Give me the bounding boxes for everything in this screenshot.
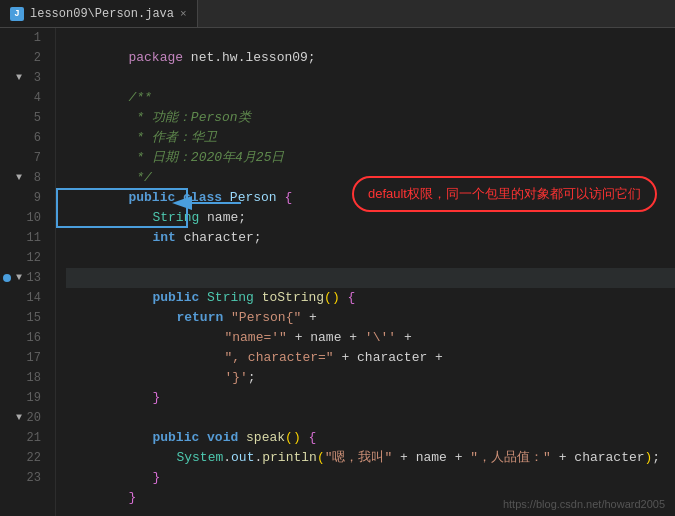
line-num-11: 11 [14,228,47,248]
line-num-8: ▼8 [14,168,47,188]
code-line-17: '}'; [66,348,675,368]
code-line-15: "name='" + name + '\'' + [66,308,675,328]
line-num-14: 14 [14,288,47,308]
line-num-19: 19 [14,388,47,408]
code-line-5: * 作者：华卫 [66,108,675,128]
code-line-8: public class Person { [66,168,675,188]
tab-close-button[interactable]: × [180,8,187,20]
line-num-5: 5 [14,108,47,128]
line-num-20: ▼20 [14,408,47,428]
code-line-9: String name; [66,188,675,208]
code-line-20: public void speak() { [66,408,675,428]
code-line-21: System.out.println("嗯，我叫" + name + "，人品值… [66,428,675,448]
line-num-9: 9 [14,188,47,208]
editor-window: J lesson09\Person.java × 1 2 ▼3 4 5 6 7 … [0,0,675,516]
line-num-22: 22 [14,448,47,468]
line-num-18: 18 [14,368,47,388]
code-line-10: int character; [66,208,675,228]
line-num-23: 23 [14,468,47,488]
code-line-22: } [66,448,675,468]
code-line-14: return "Person{" + [66,288,675,308]
tab-label: lesson09\Person.java [30,7,174,21]
line-num-16: 16 [14,328,47,348]
code-line-12: @Override [66,248,675,268]
code-line-19 [66,388,675,408]
breakpoint-gutter [0,28,14,516]
code-line-16: ", character=" + character + [66,328,675,348]
line-num-13: ▼13 [14,268,47,288]
line-num-4: 4 [14,88,47,108]
code-line-13: public String toString() { [66,268,675,288]
line-num-2: 2 [14,48,47,68]
code-content[interactable]: package net.hw.lesson09; /** * 功能：Person… [56,28,675,516]
code-line-23: } [66,468,675,488]
line-num-17: 17 [14,348,47,368]
code-line-3: /** [66,68,675,88]
code-line-4: * 功能：Person类 [66,88,675,108]
line-num-3: ▼3 [14,68,47,88]
java-file-icon: J [10,7,24,21]
code-line-6: * 日期：2020年4月25日 [66,128,675,148]
code-line-11 [66,228,675,248]
code-editor: 1 2 ▼3 4 5 6 7 ▼8 9 10 11 12 ▼13 14 15 1… [0,28,675,516]
line-num-1: 1 [14,28,47,48]
line-num-7: 7 [14,148,47,168]
code-line-1: package net.hw.lesson09; [66,28,675,48]
file-tab[interactable]: J lesson09\Person.java × [0,0,198,27]
line-num-6: 6 [14,128,47,148]
breakpoint-dot-13 [0,268,14,288]
line-num-21: 21 [14,428,47,448]
line-num-12: 12 [14,248,47,268]
line-num-15: 15 [14,308,47,328]
code-line-7: */ [66,148,675,168]
watermark: https://blog.csdn.net/howard2005 [503,498,665,510]
line-number-gutter: 1 2 ▼3 4 5 6 7 ▼8 9 10 11 12 ▼13 14 15 1… [14,28,56,516]
line-num-10: 10 [14,208,47,228]
tab-bar: J lesson09\Person.java × [0,0,675,28]
code-line-18: } [66,368,675,388]
code-line-2 [66,48,675,68]
